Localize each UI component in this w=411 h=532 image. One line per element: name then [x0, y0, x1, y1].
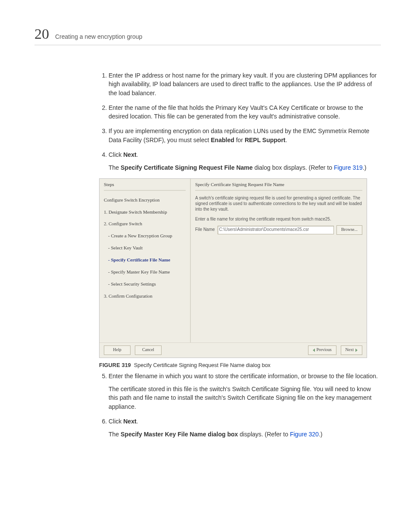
next-button[interactable]: Next	[341, 345, 362, 355]
step-2-text: Enter the name of the file that holds th…	[109, 104, 363, 120]
procedure-list-continued: Enter the filename in which you want to …	[99, 372, 381, 439]
step-4-result: The Specify Certificate Signing Request …	[109, 163, 381, 172]
wizard-heading: Configure Switch Encryption	[104, 197, 186, 204]
enabled-keyword: Enabled	[211, 137, 234, 143]
dialog-description-2: Enter a file name for storing the certif…	[195, 216, 362, 222]
next-keyword-2: Next	[123, 418, 136, 425]
main-content: Enter the IP address or host name for th…	[99, 71, 381, 439]
dialog-title: Specify Certificate Signing Request File…	[195, 181, 362, 191]
dialog-content-panel: Specify Certificate Signing Request File…	[191, 179, 367, 342]
chevron-right-icon	[355, 348, 358, 352]
wizard-step-2: 2. Configure Switch	[104, 221, 186, 227]
browse-button[interactable]: Browse...	[336, 225, 362, 235]
help-button[interactable]: Help	[104, 345, 131, 355]
chapter-title: Creating a new encryption group	[55, 33, 142, 40]
step-1: Enter the IP address or host name for th…	[109, 71, 381, 97]
steps-header: Steps	[104, 181, 186, 191]
repl-keyword: REPL Support	[245, 137, 286, 143]
step-3: If you are implementing encryption on da…	[109, 127, 381, 144]
chevron-left-icon	[313, 348, 315, 352]
step-2: Enter the name of the file that holds th…	[109, 103, 381, 121]
file-name-label: File Name	[195, 227, 215, 233]
wizard-sub-select-vault: - Select Key Vault	[108, 245, 186, 252]
wizard-step-3: 3. Confirm Configuration	[104, 293, 186, 300]
wizard-sub-security: - Select Security Settings	[108, 281, 186, 288]
step-6-result: The Specify Master Key File Name dialog …	[109, 430, 381, 439]
figure-320-link[interactable]: Figure 320	[290, 431, 319, 438]
step-4-click: Click	[109, 151, 123, 158]
figure-319-link[interactable]: Figure 319	[334, 164, 363, 171]
wizard-sub-create-group: - Create a New Encryption Group	[108, 233, 186, 240]
previous-button[interactable]: Previous	[308, 345, 336, 355]
dialog-box: Steps Configure Switch Encryption 1. Des…	[99, 178, 367, 358]
cancel-button[interactable]: Cancel	[135, 345, 162, 355]
step-6-click: Click	[109, 418, 123, 425]
wizard-step-1: 1. Designate Switch Membership	[104, 209, 186, 216]
figure-319-caption: FIGURE 319 Specify Certificate Signing R…	[99, 361, 381, 369]
chapter-number: 20	[34, 26, 49, 42]
figure-319: Steps Configure Switch Encryption 1. Des…	[99, 178, 381, 369]
step-6: Click Next. The Specify Master Key File …	[109, 417, 381, 439]
next-keyword: Next	[123, 151, 136, 158]
step-4: Click Next. The Specify Certificate Sign…	[109, 150, 381, 172]
step-5-sub: The certificate stored in this file is t…	[109, 385, 381, 411]
step-5: Enter the filename in which you want to …	[109, 372, 381, 411]
page-header: 20 Creating a new encryption group	[34, 26, 381, 45]
file-name-input[interactable]: C:\Users\Administrator\Documents\mace25.…	[218, 226, 334, 234]
step-1-text: Enter the IP address or host name for th…	[109, 72, 377, 96]
dialog-description-1: A switch's certificate signing request f…	[195, 195, 362, 212]
step-5-text: Enter the filename in which you want to …	[109, 373, 378, 380]
step-3-for: for	[234, 137, 245, 143]
wizard-steps-panel: Steps Configure Switch Encryption 1. Des…	[100, 179, 191, 342]
wizard-sub-cert-file-current: - Specify Certificate File Name	[108, 257, 186, 264]
procedure-list: Enter the IP address or host name for th…	[99, 71, 381, 172]
wizard-sub-master-key: - Specify Master Key File Name	[108, 269, 186, 276]
dialog-footer: Help Cancel Previous Next	[100, 342, 367, 358]
